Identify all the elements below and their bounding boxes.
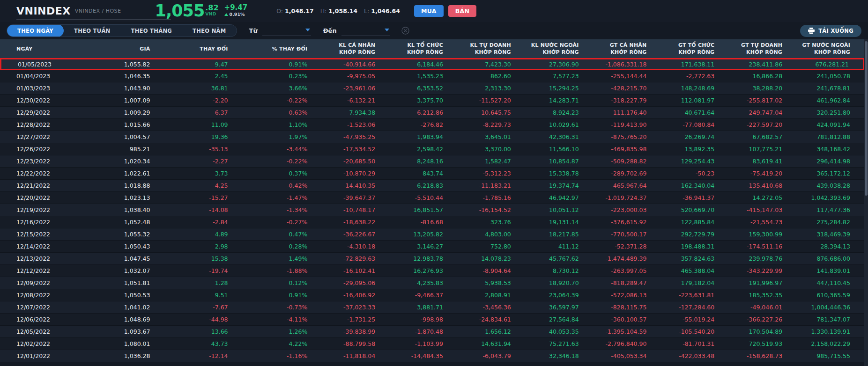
table-cell: 2,808.91 <box>457 289 525 301</box>
table-cell: 2,158,022.29 <box>796 338 864 350</box>
table-cell: -360,100.57 <box>593 314 661 326</box>
table-cell: -81,701.31 <box>660 338 728 350</box>
chevron-down-icon <box>385 29 389 31</box>
table-row[interactable]: 12/12/20221,032.07-19.74-1.88%-16,102.41… <box>0 265 864 277</box>
column-header[interactable]: KL TỰ DOANHKHỚP RÒNG <box>457 39 525 58</box>
table-cell: 14,283.71 <box>525 95 593 107</box>
table-row[interactable]: 12/14/20221,050.432.980.28%-4,310.183,14… <box>0 241 864 253</box>
table-cell: 12/30/2022 <box>0 95 74 107</box>
table-cell: 8,924.23 <box>525 107 593 119</box>
column-header[interactable]: GT TỰ DOANHKHỚP RÒNG <box>728 39 796 58</box>
table-cell: 465,388.04 <box>660 265 728 277</box>
column-header[interactable]: THAY ĐỔI <box>164 39 242 58</box>
table-row[interactable]: 12/30/20221,007.09-2.20-0.22%-6,132.213,… <box>0 95 864 107</box>
table-cell: 12/02/2022 <box>0 338 74 350</box>
table-row[interactable]: 01/04/20231,046.352.450.23%-9,975.051,53… <box>0 70 864 82</box>
table-cell: 1,009.29 <box>74 107 164 119</box>
table-cell: 3,370.00 <box>457 143 525 155</box>
table-cell: 14,078.23 <box>457 253 525 265</box>
table-cell: 12/06/2022 <box>0 314 74 326</box>
top-bar: VNINDEX VNINDEX / HOSE 1,055 .82 VND +9.… <box>0 0 868 22</box>
clear-dates-icon[interactable] <box>401 27 409 35</box>
table-cell: -39,838.99 <box>321 326 389 338</box>
table-cell: -9,466.37 <box>389 289 457 301</box>
table-row[interactable]: 12/26/2022985.21-35.13-3.44%-17,534.522,… <box>0 143 864 155</box>
download-button[interactable]: TẢI XUỐNG <box>800 25 861 37</box>
table-row[interactable]: 01/03/20231,043.9036.813.66%-23,961.066,… <box>0 82 864 95</box>
column-header[interactable]: NGÀY <box>0 39 74 58</box>
table-cell: 01/04/2023 <box>0 70 74 82</box>
table-cell: 12/22/2022 <box>0 168 74 180</box>
table-cell: 1.97% <box>242 131 322 143</box>
table-header-row: NGÀYGIÁTHAY ĐỔI% THAY ĐỔIKL CÁ NHÂNKHỚP … <box>0 39 864 58</box>
high-label: H: <box>320 7 327 15</box>
from-date-select[interactable] <box>262 26 311 36</box>
table-cell: -465,967.64 <box>593 180 661 192</box>
table-cell: 112,081.97 <box>660 95 728 107</box>
table-cell: 1,983.94 <box>389 131 457 143</box>
table-row[interactable]: 12/13/20221,047.4515.381.49%-72,829.6312… <box>0 253 864 265</box>
tab-0[interactable]: THEO NGÀY <box>7 24 64 37</box>
table-cell: 1,023.13 <box>74 192 164 204</box>
table-cell: 2.98 <box>164 241 242 253</box>
price-change: +9.47 <box>224 4 248 11</box>
table-cell: -5,312.23 <box>457 168 525 180</box>
table-row[interactable]: 12/05/20221,093.6713.661.26%-39,838.99-1… <box>0 326 864 338</box>
buy-button[interactable]: MUA <box>414 5 444 17</box>
table-cell: 1,004.57 <box>74 131 164 143</box>
table-cell: -6,132.21 <box>321 95 389 107</box>
table-row[interactable]: 12/23/20221,020.34-2.27-0.22%-20,685.508… <box>0 155 864 168</box>
scrollbar-thumb[interactable] <box>865 41 868 196</box>
table-row[interactable]: 12/08/20221,050.539.510.91%-16,406.92-9,… <box>0 289 864 301</box>
tab-3[interactable]: THEO NĂM <box>182 24 236 37</box>
table-row[interactable]: 12/09/20221,051.811.280.12%-29,095.064,2… <box>0 277 864 289</box>
table-cell: 9.47 <box>164 58 242 70</box>
table-row[interactable]: 12/15/20221,055.324.890.47%-36,226.6713,… <box>0 228 864 241</box>
table-row[interactable]: 12/19/20221,038.40-14.08-1.34%-10,748.17… <box>0 204 864 216</box>
table-cell: 8,248.16 <box>389 155 457 168</box>
table-row[interactable]: 12/22/20221,022.613.730.37%-10,870.29843… <box>0 168 864 180</box>
column-header[interactable]: KL TỔ CHỨCKHỚP RÒNG <box>389 39 457 58</box>
table-row[interactable]: 12/01/20221,036.28-12.14-1.16%-11,818.04… <box>0 350 864 362</box>
sell-button[interactable]: BÁN <box>448 5 477 17</box>
table-cell: -20,685.50 <box>321 155 389 168</box>
column-header[interactable]: GT NƯỚC NGOÀIKHỚP RÒNG <box>796 39 864 58</box>
column-header[interactable]: KL NƯỚC NGOÀIKHỚP RÒNG <box>525 39 593 58</box>
table-row[interactable]: 12/28/20221,015.6611.091.10%-1,523.06-27… <box>0 119 864 131</box>
table-row[interactable]: 12/21/20221,018.88-4.25-0.42%-14,410.356… <box>0 180 864 192</box>
table-cell: 1,582.47 <box>457 155 525 168</box>
column-header[interactable]: KL CÁ NHÂNKHỚP RÒNG <box>321 39 389 58</box>
table-cell: -19.74 <box>164 265 242 277</box>
table-cell: 12/28/2022 <box>0 119 74 131</box>
table-cell: -263,997.05 <box>593 265 661 277</box>
table-cell: -23,961.06 <box>321 82 389 95</box>
table-row[interactable]: 12/27/20221,004.5719.361.97%-47,935.251,… <box>0 131 864 143</box>
column-header[interactable]: % THAY ĐỔI <box>242 39 322 58</box>
column-header[interactable]: GIÁ <box>74 39 164 58</box>
column-header[interactable]: GT CÁ NHÂNKHỚP RÒNG <box>593 39 661 58</box>
table-cell: 15,338.78 <box>525 168 593 180</box>
column-header[interactable]: GT TỔ CHỨCKHỚP RÒNG <box>660 39 728 58</box>
table-cell: -36,226.67 <box>321 228 389 241</box>
tab-2[interactable]: THEO THÁNG <box>121 24 183 37</box>
table-row[interactable]: 12/16/20221,052.48-2.84-0.27%-18,638.22-… <box>0 216 864 228</box>
table-cell: -223,000.03 <box>593 204 661 216</box>
table-cell: -8,904.64 <box>457 265 525 277</box>
table-row[interactable]: 12/20/20221,023.13-15.27-1.47%-39,647.37… <box>0 192 864 204</box>
table-row[interactable]: 12/29/20221,009.29-6.37-0.63%7,934.38-6,… <box>0 107 864 119</box>
table-cell: -11,183.21 <box>457 180 525 192</box>
table-cell: -1,731.25 <box>321 314 389 326</box>
table-cell: 1,080.01 <box>74 338 164 350</box>
table-cell: 0.47% <box>242 228 322 241</box>
table-cell: 0.12% <box>242 277 322 289</box>
table-cell: 3,881.71 <box>389 301 457 314</box>
table-row[interactable]: 12/06/20221,048.69-44.98-4.11%-1,731.25-… <box>0 314 864 326</box>
table-cell: 2.45 <box>164 70 242 82</box>
to-date-select[interactable] <box>341 26 390 36</box>
table-row-selected[interactable]: 01/05/20231,055.829.470.91%-40,914.666,1… <box>0 58 864 70</box>
table-row[interactable]: 12/02/20221,080.0143.734.22%-88,799.58-1… <box>0 338 864 350</box>
scrollbar[interactable] <box>864 39 868 366</box>
table-row[interactable]: 12/07/20221,041.02-7.67-0.73%-37,023.333… <box>0 301 864 314</box>
table-cell: -10,645.75 <box>457 107 525 119</box>
tab-1[interactable]: THEO TUẦN <box>64 24 121 37</box>
